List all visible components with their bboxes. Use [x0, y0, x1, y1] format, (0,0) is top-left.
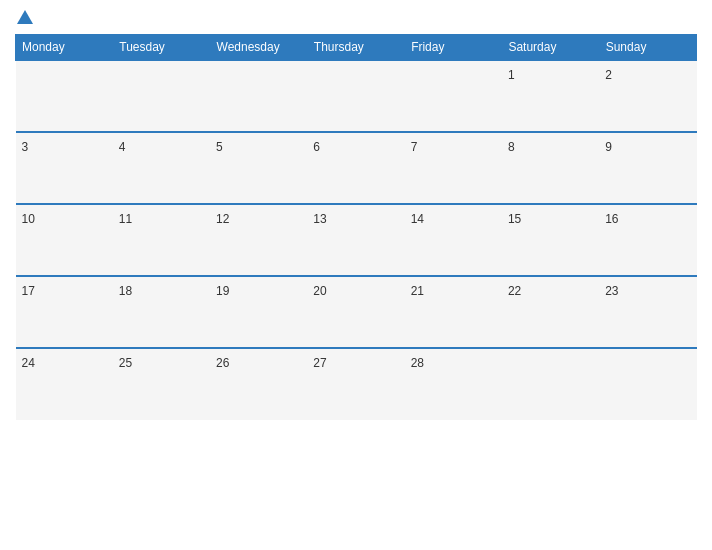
day-number: 24 — [22, 356, 35, 370]
calendar-grid: MondayTuesdayWednesdayThursdayFridaySatu… — [15, 34, 697, 420]
calendar-cell: 7 — [405, 132, 502, 204]
calendar-cell: 25 — [113, 348, 210, 420]
day-number: 8 — [508, 140, 515, 154]
day-number: 27 — [313, 356, 326, 370]
calendar-cell: 6 — [307, 132, 404, 204]
day-number: 16 — [605, 212, 618, 226]
calendar-cell — [307, 60, 404, 132]
calendar-cell: 9 — [599, 132, 696, 204]
logo-triangle-icon — [17, 10, 33, 24]
day-number: 13 — [313, 212, 326, 226]
day-number: 6 — [313, 140, 320, 154]
days-header-row: MondayTuesdayWednesdayThursdayFridaySatu… — [16, 35, 697, 61]
week-row-3: 10111213141516 — [16, 204, 697, 276]
calendar-cell — [16, 60, 113, 132]
calendar-cell — [405, 60, 502, 132]
day-number: 21 — [411, 284, 424, 298]
day-number: 22 — [508, 284, 521, 298]
day-number: 1 — [508, 68, 515, 82]
day-number: 11 — [119, 212, 132, 226]
week-row-2: 3456789 — [16, 132, 697, 204]
day-number: 15 — [508, 212, 521, 226]
calendar-cell: 3 — [16, 132, 113, 204]
calendar-container: MondayTuesdayWednesdayThursdayFridaySatu… — [0, 0, 712, 550]
calendar-cell: 24 — [16, 348, 113, 420]
calendar-cell — [502, 348, 599, 420]
calendar-cell: 19 — [210, 276, 307, 348]
day-number: 20 — [313, 284, 326, 298]
day-header-monday: Monday — [16, 35, 113, 61]
day-header-wednesday: Wednesday — [210, 35, 307, 61]
calendar-cell: 14 — [405, 204, 502, 276]
day-header-thursday: Thursday — [307, 35, 404, 61]
calendar-cell — [599, 348, 696, 420]
day-number: 25 — [119, 356, 132, 370]
calendar-cell: 23 — [599, 276, 696, 348]
day-number: 3 — [22, 140, 29, 154]
calendar-cell: 17 — [16, 276, 113, 348]
calendar-cell: 27 — [307, 348, 404, 420]
calendar-cell: 22 — [502, 276, 599, 348]
calendar-cell: 18 — [113, 276, 210, 348]
calendar-cell: 21 — [405, 276, 502, 348]
calendar-cell: 8 — [502, 132, 599, 204]
week-row-5: 2425262728 — [16, 348, 697, 420]
calendar-cell: 1 — [502, 60, 599, 132]
day-number: 4 — [119, 140, 126, 154]
day-number: 23 — [605, 284, 618, 298]
day-number: 18 — [119, 284, 132, 298]
logo — [15, 10, 33, 26]
calendar-cell: 16 — [599, 204, 696, 276]
calendar-cell: 15 — [502, 204, 599, 276]
day-number: 12 — [216, 212, 229, 226]
day-number: 5 — [216, 140, 223, 154]
calendar-cell — [210, 60, 307, 132]
day-number: 10 — [22, 212, 35, 226]
day-number: 19 — [216, 284, 229, 298]
week-row-1: 12 — [16, 60, 697, 132]
day-header-tuesday: Tuesday — [113, 35, 210, 61]
calendar-cell: 4 — [113, 132, 210, 204]
calendar-cell: 13 — [307, 204, 404, 276]
day-header-sunday: Sunday — [599, 35, 696, 61]
calendar-cell: 11 — [113, 204, 210, 276]
day-number: 7 — [411, 140, 418, 154]
day-header-friday: Friday — [405, 35, 502, 61]
week-row-4: 17181920212223 — [16, 276, 697, 348]
calendar-cell: 10 — [16, 204, 113, 276]
calendar-cell: 2 — [599, 60, 696, 132]
calendar-cell: 12 — [210, 204, 307, 276]
calendar-cell: 28 — [405, 348, 502, 420]
day-number: 28 — [411, 356, 424, 370]
day-header-saturday: Saturday — [502, 35, 599, 61]
calendar-cell — [113, 60, 210, 132]
calendar-cell: 26 — [210, 348, 307, 420]
day-number: 26 — [216, 356, 229, 370]
day-number: 14 — [411, 212, 424, 226]
calendar-cell: 20 — [307, 276, 404, 348]
day-number: 17 — [22, 284, 35, 298]
calendar-header — [15, 10, 697, 26]
day-number: 9 — [605, 140, 612, 154]
day-number: 2 — [605, 68, 612, 82]
calendar-cell: 5 — [210, 132, 307, 204]
